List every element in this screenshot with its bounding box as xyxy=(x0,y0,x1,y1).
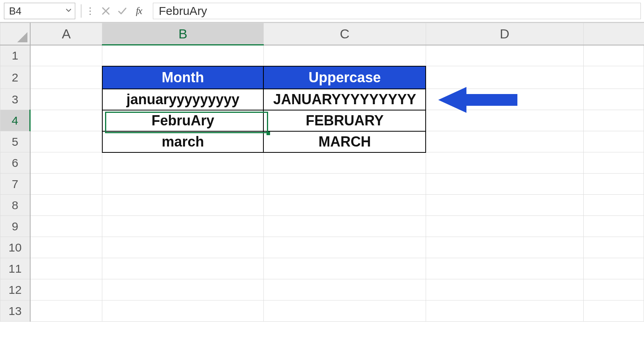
cell-D12[interactable] xyxy=(426,279,583,300)
row-header-11[interactable]: 11 xyxy=(0,258,30,279)
cell-A7[interactable] xyxy=(30,174,102,195)
cell-B3[interactable]: januaryyyyyyyyy xyxy=(102,89,263,110)
cell-A6[interactable] xyxy=(30,152,102,174)
cell-E13[interactable] xyxy=(583,300,644,322)
enter-icon[interactable] xyxy=(117,5,128,16)
chevron-down-icon[interactable] xyxy=(65,7,72,15)
cell-A3[interactable] xyxy=(30,89,102,110)
cell-B2-header-month[interactable]: Month xyxy=(102,66,263,89)
cell-C12[interactable] xyxy=(263,279,426,300)
cell-D5[interactable] xyxy=(426,131,583,152)
cell-E12[interactable] xyxy=(583,279,644,300)
cell-D9[interactable] xyxy=(426,216,583,237)
cell-B4[interactable]: FebruAry xyxy=(102,110,263,131)
cell-D7[interactable] xyxy=(426,174,583,195)
cell-D11[interactable] xyxy=(426,258,583,279)
cell-B5[interactable]: march xyxy=(102,131,263,152)
cell-E11[interactable] xyxy=(583,258,644,279)
cell-C13[interactable] xyxy=(263,300,426,322)
cell-E5[interactable] xyxy=(583,131,644,152)
cell-A9[interactable] xyxy=(30,216,102,237)
row-header-3[interactable]: 3 xyxy=(0,89,30,110)
select-all-corner[interactable] xyxy=(0,23,30,45)
cell-A8[interactable] xyxy=(30,195,102,216)
cell-C3[interactable]: JANUARYYYYYYYYY xyxy=(263,89,426,110)
row-header-7[interactable]: 7 xyxy=(0,174,30,195)
cell-A5[interactable] xyxy=(30,131,102,152)
formula-bar: B4 ⋮ fx xyxy=(0,0,644,23)
cancel-icon[interactable] xyxy=(100,5,111,16)
col-header-extra[interactable] xyxy=(583,23,644,45)
cell-A10[interactable] xyxy=(30,237,102,258)
cell-B13[interactable] xyxy=(102,300,263,322)
fx-icon[interactable]: fx xyxy=(133,5,144,16)
cell-B9[interactable] xyxy=(102,216,263,237)
fill-handle[interactable] xyxy=(267,132,270,135)
cell-B8[interactable] xyxy=(102,195,263,216)
cell-B11[interactable] xyxy=(102,258,263,279)
row-header-6[interactable]: 6 xyxy=(0,152,30,174)
cell-A11[interactable] xyxy=(30,258,102,279)
cell-E4[interactable] xyxy=(583,110,644,131)
cell-A4[interactable] xyxy=(30,110,102,131)
formula-input[interactable] xyxy=(153,3,641,19)
cell-E8[interactable] xyxy=(583,195,644,216)
spreadsheet-grid: A B C D 1 2 Month Uppercase 3 januaryyyy… xyxy=(0,23,644,322)
cell-D10[interactable] xyxy=(426,237,583,258)
cell-E2[interactable] xyxy=(583,66,644,89)
cell-C11[interactable] xyxy=(263,258,426,279)
divider xyxy=(81,4,82,18)
cell-E9[interactable] xyxy=(583,216,644,237)
cell-C9[interactable] xyxy=(263,216,426,237)
cell-C7[interactable] xyxy=(263,174,426,195)
col-header-D[interactable]: D xyxy=(426,23,583,45)
cell-C5[interactable]: MARCH xyxy=(263,131,426,152)
name-box[interactable]: B4 xyxy=(4,3,75,19)
row-header-4[interactable]: 4 xyxy=(0,110,30,131)
cell-A2[interactable] xyxy=(30,66,102,89)
cell-B6[interactable] xyxy=(102,152,263,174)
cell-C8[interactable] xyxy=(263,195,426,216)
cell-C4[interactable]: FEBRUARY xyxy=(263,110,426,131)
dots-icon: ⋮ xyxy=(85,5,93,16)
cell-E3[interactable] xyxy=(583,89,644,110)
cell-B10[interactable] xyxy=(102,237,263,258)
row-header-2[interactable]: 2 xyxy=(0,66,30,89)
cell-C1[interactable] xyxy=(263,45,426,66)
row-header-12[interactable]: 12 xyxy=(0,279,30,300)
cell-C6[interactable] xyxy=(263,152,426,174)
col-header-A[interactable]: A xyxy=(30,23,102,45)
row-header-1[interactable]: 1 xyxy=(0,45,30,66)
cell-C10[interactable] xyxy=(263,237,426,258)
cell-E7[interactable] xyxy=(583,174,644,195)
cell-E6[interactable] xyxy=(583,152,644,174)
arrow-left-annotation xyxy=(435,82,521,119)
cell-E10[interactable] xyxy=(583,237,644,258)
cell-B12[interactable] xyxy=(102,279,263,300)
cell-A12[interactable] xyxy=(30,279,102,300)
row-header-13[interactable]: 13 xyxy=(0,300,30,322)
name-box-value: B4 xyxy=(9,5,22,17)
row-header-8[interactable]: 8 xyxy=(0,195,30,216)
cell-B7[interactable] xyxy=(102,174,263,195)
cell-A1[interactable] xyxy=(30,45,102,66)
cell-D1[interactable] xyxy=(426,45,583,66)
formula-bar-icons: fx xyxy=(97,5,147,16)
row-header-5[interactable]: 5 xyxy=(0,131,30,152)
row-header-10[interactable]: 10 xyxy=(0,237,30,258)
cell-C2-header-uppercase[interactable]: Uppercase xyxy=(263,66,426,89)
cell-A13[interactable] xyxy=(30,300,102,322)
col-header-C[interactable]: C xyxy=(263,23,426,45)
cell-B1[interactable] xyxy=(102,45,263,66)
cell-D6[interactable] xyxy=(426,152,583,174)
svg-marker-0 xyxy=(438,87,517,113)
cell-D8[interactable] xyxy=(426,195,583,216)
cell-E1[interactable] xyxy=(583,45,644,66)
row-header-9[interactable]: 9 xyxy=(0,216,30,237)
col-header-B[interactable]: B xyxy=(102,23,263,45)
cell-D13[interactable] xyxy=(426,300,583,322)
